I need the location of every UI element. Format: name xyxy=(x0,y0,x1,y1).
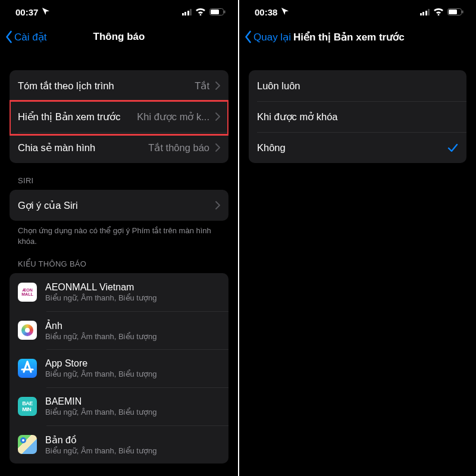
row-label: Hiển thị Bản xem trước xyxy=(18,111,121,123)
row-value: Tắt thông báo xyxy=(95,142,209,154)
status-time: 00:38 xyxy=(255,7,277,17)
nav-bar: Cài đặt Thông báo xyxy=(0,24,238,50)
option-always[interactable]: Luôn luôn xyxy=(249,70,466,101)
app-row-aeonmall[interactable]: ÆONMALL AEONMALL Vietnam Biểu ngữ, Âm th… xyxy=(10,273,228,311)
back-label: Cài đặt xyxy=(14,31,46,43)
checkmark-icon xyxy=(447,142,458,153)
cellular-icon xyxy=(420,9,430,15)
chevron-right-icon xyxy=(215,143,220,152)
section-header-style: KIỂU THÔNG BÁO xyxy=(10,246,228,273)
app-subtitle: Biểu ngữ, Âm thanh, Biểu tượng xyxy=(45,332,214,341)
back-button[interactable]: Quay lại xyxy=(239,30,291,43)
section-header-siri: SIRI xyxy=(10,163,228,190)
screenshot-notifications-settings: 00:37 Cài đặt Thông báo Tóm tắt theo lịc… xyxy=(0,0,238,476)
row-label: Tóm tắt theo lịch trình xyxy=(18,80,114,92)
back-button[interactable]: Cài đặt xyxy=(0,30,46,43)
app-icon xyxy=(18,435,37,454)
chevron-right-icon xyxy=(215,82,220,90)
battery-icon xyxy=(209,7,226,17)
app-name: BAEMIN xyxy=(45,396,214,407)
option-label: Không xyxy=(257,142,286,154)
app-name: Bản đồ xyxy=(45,434,214,446)
chevron-right-icon xyxy=(215,112,220,121)
cellular-icon xyxy=(182,9,192,15)
back-label: Quay lại xyxy=(253,31,291,43)
options-group: Luôn luôn Khi được mở khóa Không xyxy=(249,70,466,163)
app-subtitle: Biểu ngữ, Âm thanh, Biểu tượng xyxy=(45,293,214,302)
app-icon: BAEMIN xyxy=(18,397,37,416)
row-siri-suggestions[interactable]: Gợi ý của Siri xyxy=(10,190,228,221)
app-icon xyxy=(18,321,37,340)
option-never[interactable]: Không xyxy=(249,132,466,163)
app-row-appstore[interactable]: App Store Biểu ngữ, Âm thanh, Biểu tượng xyxy=(10,349,228,387)
row-label: Gợi ý của Siri xyxy=(18,200,78,211)
row-show-previews[interactable]: Hiển thị Bản xem trước Khi được mở k... xyxy=(10,101,228,132)
status-time: 00:37 xyxy=(15,7,38,17)
app-name: AEONMALL Vietnam xyxy=(45,282,214,293)
row-value: Tắt xyxy=(114,80,209,92)
option-label: Luôn luôn xyxy=(257,80,300,92)
row-label: Chia sẻ màn hình xyxy=(18,142,95,154)
option-label: Khi được mở khóa xyxy=(257,111,338,123)
page-title: Hiển thị Bản xem trước xyxy=(293,31,405,43)
row-scheduled-summary[interactable]: Tóm tắt theo lịch trình Tắt xyxy=(10,70,228,101)
app-name: App Store xyxy=(45,358,214,369)
settings-group-main: Tóm tắt theo lịch trình Tắt Hiển thị Bản… xyxy=(10,70,228,163)
app-subtitle: Biểu ngữ, Âm thanh, Biểu tượng xyxy=(45,408,214,416)
app-subtitle: Biểu ngữ, Âm thanh, Biểu tượng xyxy=(45,446,214,455)
chevron-left-icon xyxy=(5,30,13,43)
app-row-maps[interactable]: Bản đồ Biểu ngữ, Âm thanh, Biểu tượng xyxy=(10,425,228,464)
status-bar: 00:37 xyxy=(0,0,238,24)
location-icon xyxy=(42,7,50,17)
app-icon: ÆONMALL xyxy=(18,283,37,302)
screenshot-show-previews: 00:38 Quay lại Hiển thị Bản xem trước Lu… xyxy=(238,0,476,476)
status-bar: 00:38 xyxy=(239,0,476,24)
option-when-unlocked[interactable]: Khi được mở khóa xyxy=(249,101,466,132)
battery-icon xyxy=(447,7,464,17)
wifi-icon xyxy=(195,7,206,17)
chevron-right-icon xyxy=(215,201,220,209)
chevron-left-icon xyxy=(244,30,252,43)
app-subtitle: Biểu ngữ, Âm thanh, Biểu tượng xyxy=(45,369,214,378)
row-value: Khi được mở k... xyxy=(121,111,209,123)
wifi-icon xyxy=(433,7,444,17)
app-name: Ảnh xyxy=(45,320,214,331)
app-row-photos[interactable]: Ảnh Biểu ngữ, Âm thanh, Biểu tượng xyxy=(10,311,228,349)
section-footer-siri: Chọn ứng dụng nào có thể gợi ý Phím tắt … xyxy=(10,221,228,246)
app-icon xyxy=(18,359,37,378)
location-icon xyxy=(281,7,289,17)
nav-bar: Quay lại Hiển thị Bản xem trước xyxy=(239,24,476,50)
app-row-baemin[interactable]: BAEMIN BAEMIN Biểu ngữ, Âm thanh, Biểu t… xyxy=(10,387,228,425)
row-screen-sharing[interactable]: Chia sẻ màn hình Tắt thông báo xyxy=(10,132,228,163)
settings-group-siri: Gợi ý của Siri xyxy=(10,190,228,221)
settings-group-apps: ÆONMALL AEONMALL Vietnam Biểu ngữ, Âm th… xyxy=(10,273,228,464)
